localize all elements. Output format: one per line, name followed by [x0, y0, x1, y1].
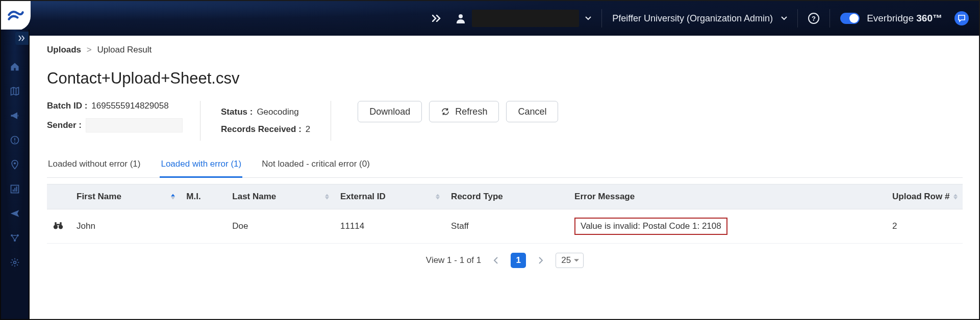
divider	[830, 9, 830, 28]
col-icon	[47, 184, 70, 209]
tab-not-loaded[interactable]: Not loaded - critical error (0)	[261, 154, 371, 178]
divider	[601, 9, 602, 28]
meta-col-batch: Batch ID : 1695555914829058 Sender :	[47, 101, 200, 141]
svg-rect-17	[55, 222, 56, 225]
refresh-button[interactable]: Refresh	[429, 101, 499, 122]
nav-reports[interactable]	[9, 183, 20, 195]
table-row: John Doe 11114 Staff Value is invalid: P…	[47, 209, 963, 244]
results-table: First Name M.I. Last Name External ID Re…	[47, 184, 963, 244]
breadcrumb-current: Upload Result	[97, 45, 152, 55]
plane-icon	[10, 208, 20, 219]
cell-first-name: John	[70, 209, 180, 244]
sort-indicator	[436, 194, 440, 200]
map-icon	[10, 86, 20, 96]
chat-button[interactable]	[954, 11, 969, 25]
nav-settings[interactable]	[9, 257, 20, 268]
chat-icon	[958, 14, 966, 22]
sidebar-expand-button[interactable]	[15, 32, 29, 45]
gear-icon	[10, 257, 20, 268]
cell-error-message: Value is invalid: Postal Code 1: 2108	[568, 209, 886, 244]
svg-point-0	[459, 14, 463, 18]
tab-loaded-ok[interactable]: Loaded without error (1)	[47, 154, 141, 178]
user-icon	[456, 13, 466, 23]
col-error-message[interactable]: Error Message	[568, 184, 886, 209]
breadcrumb: Uploads > Upload Result	[47, 45, 963, 55]
col-external-id[interactable]: External ID	[334, 184, 445, 209]
cancel-button[interactable]: Cancel	[506, 101, 558, 122]
org-label: Pfeiffer University (Organization Admin)	[612, 13, 773, 24]
batch-id-label: Batch ID :	[47, 101, 87, 111]
everbridge-logo-icon	[7, 7, 24, 24]
svg-rect-19	[57, 224, 60, 225]
chevron-left-icon	[493, 257, 498, 264]
col-mi[interactable]: M.I.	[180, 184, 226, 209]
col-first-name[interactable]: First Name	[70, 184, 180, 209]
download-button[interactable]: Download	[358, 101, 422, 122]
page-prev[interactable]	[488, 253, 504, 268]
chevron-right-icon	[538, 257, 543, 264]
caret-down-icon	[781, 16, 787, 20]
refresh-icon	[441, 107, 450, 116]
chevron-double-right-icon	[432, 15, 441, 22]
brand-text: Everbridge 360™	[867, 13, 942, 24]
chevron-double-right-icon	[18, 35, 26, 41]
col-upload-row[interactable]: Upload Row #	[886, 184, 963, 209]
alert-icon	[10, 135, 20, 145]
page-title: Contact+Upload+Sheet.csv	[47, 69, 963, 88]
pagination: View 1 - 1 of 1 1 25	[47, 244, 963, 272]
caret-down-icon	[585, 16, 591, 20]
org-switcher[interactable]: Pfeiffer University (Organization Admin)	[605, 8, 794, 29]
sidebar	[0, 30, 30, 320]
batch-id-value: 1695555914829058	[91, 101, 168, 111]
svg-point-15	[54, 225, 58, 229]
cell-upload-row: 2	[886, 209, 963, 244]
svg-rect-18	[60, 222, 61, 225]
breadcrumb-root[interactable]: Uploads	[47, 45, 81, 55]
page-size-select[interactable]: 25	[556, 253, 584, 268]
svg-point-16	[59, 225, 63, 229]
user-menu[interactable]	[448, 8, 598, 29]
page-size-value: 25	[561, 255, 571, 265]
col-external-id-label: External ID	[340, 192, 386, 201]
page-next[interactable]	[533, 253, 548, 268]
user-name-redacted	[472, 10, 579, 27]
col-upload-row-label: Upload Row #	[892, 192, 949, 201]
nav-alert[interactable]	[9, 135, 20, 146]
nav-map[interactable]	[9, 86, 20, 97]
col-record-type[interactable]: Record Type	[445, 184, 568, 209]
nav-itm[interactable]	[9, 232, 20, 244]
main-content: Uploads > Upload Result Contact+Upload+S…	[30, 35, 980, 320]
col-first-name-label: First Name	[77, 192, 121, 201]
header-more[interactable]	[425, 8, 448, 29]
svg-text:?: ?	[812, 15, 816, 22]
sort-indicator	[325, 194, 329, 200]
col-last-name[interactable]: Last Name	[226, 184, 334, 209]
svg-point-5	[14, 142, 15, 143]
pagination-summary: View 1 - 1 of 1	[426, 255, 481, 265]
cell-record-type: Staff	[445, 209, 568, 244]
nav-home[interactable]	[9, 61, 20, 72]
svg-rect-8	[13, 190, 14, 192]
toggle-switch[interactable]	[840, 13, 860, 24]
nav-announce[interactable]	[9, 110, 20, 121]
nav-travel[interactable]	[9, 208, 20, 219]
col-last-name-label: Last Name	[232, 192, 276, 201]
tab-loaded-error[interactable]: Loaded with error (1)	[160, 154, 242, 178]
breadcrumb-sep: >	[87, 45, 92, 55]
cell-mi	[180, 209, 226, 244]
nav-location[interactable]	[9, 159, 20, 170]
download-label: Download	[369, 106, 410, 117]
status-label: Status :	[221, 107, 253, 117]
sender-value-redacted	[86, 118, 183, 132]
row-view-icon[interactable]	[47, 209, 70, 244]
page-current[interactable]: 1	[511, 253, 526, 268]
cancel-label: Cancel	[518, 106, 546, 117]
help-button[interactable]: ?	[801, 8, 826, 29]
product-toggle[interactable]: Everbridge 360™	[833, 8, 949, 29]
help-icon: ?	[808, 13, 819, 24]
sort-indicator	[953, 194, 958, 200]
cell-external-id: 11114	[334, 209, 445, 244]
home-icon	[10, 62, 20, 72]
status-value: Geocoding	[257, 107, 298, 117]
brand-logo[interactable]	[1, 1, 31, 31]
